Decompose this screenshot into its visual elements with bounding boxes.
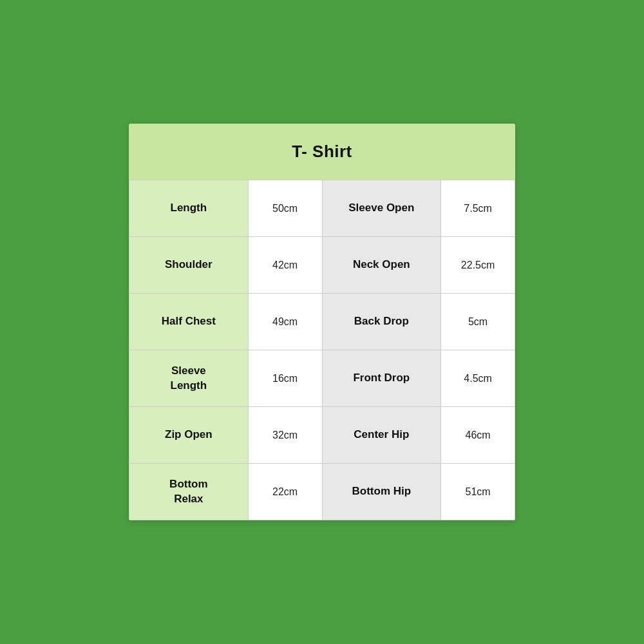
size-table: Length50cmSleeve Open7.5cmShoulder42cmNe… [129, 180, 515, 520]
value-left-4: 32cm [248, 407, 322, 464]
label-left-3: Sleeve Length [129, 350, 249, 407]
label-right-0: Sleeve Open [322, 180, 441, 237]
value-right-3: 4.5cm [441, 350, 515, 407]
label-left-0: Length [129, 180, 249, 237]
label-right-1: Neck Open [322, 237, 441, 294]
table-row: Bottom Relax22cmBottom Hip51cm [129, 464, 515, 520]
value-left-0: 50cm [248, 180, 322, 237]
value-right-5: 51cm [441, 464, 515, 520]
label-left-5: Bottom Relax [129, 464, 249, 520]
value-right-2: 5cm [441, 294, 515, 350]
size-chart-container: T- Shirt Length50cmSleeve Open7.5cmShoul… [129, 124, 515, 520]
label-right-4: Center Hip [322, 407, 441, 464]
table-title: T- Shirt [129, 124, 515, 180]
label-right-3: Front Drop [322, 350, 441, 407]
table-row: Half Chest49cmBack Drop5cm [129, 294, 515, 350]
label-left-1: Shoulder [129, 237, 249, 294]
table-row: Zip Open32cmCenter Hip46cm [129, 407, 515, 464]
value-right-1: 22.5cm [441, 237, 515, 294]
label-left-2: Half Chest [129, 294, 249, 350]
value-left-1: 42cm [248, 237, 322, 294]
value-left-3: 16cm [248, 350, 322, 407]
value-right-4: 46cm [441, 407, 515, 464]
value-left-5: 22cm [248, 464, 322, 520]
table-row: Sleeve Length16cmFront Drop4.5cm [129, 350, 515, 407]
label-right-2: Back Drop [322, 294, 441, 350]
table-row: Length50cmSleeve Open7.5cm [129, 180, 515, 237]
value-left-2: 49cm [248, 294, 322, 350]
table-row: Shoulder42cmNeck Open22.5cm [129, 237, 515, 294]
label-left-4: Zip Open [129, 407, 249, 464]
label-right-5: Bottom Hip [322, 464, 441, 520]
value-right-0: 7.5cm [441, 180, 515, 237]
